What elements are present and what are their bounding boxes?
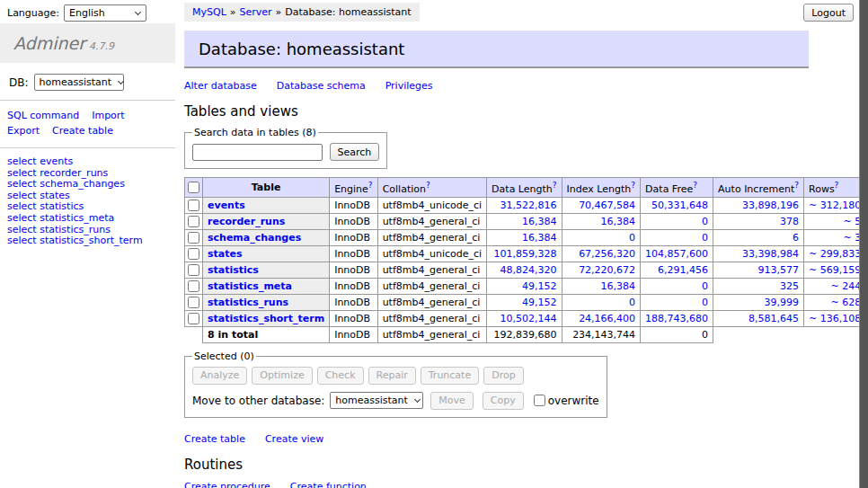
vertical-scrollbar[interactable] (859, 0, 868, 488)
table-link-statistics[interactable]: statistics (208, 264, 259, 276)
auto-increment-link[interactable]: 33,898,196 (742, 200, 799, 211)
data-length-link[interactable]: 48,824,320 (500, 264, 557, 276)
action-database-schema[interactable]: Database schema (277, 80, 366, 92)
column-header-label: Index Length (567, 183, 632, 195)
action-create-procedure[interactable]: Create procedure (184, 481, 270, 488)
table-link-statistics-short-term[interactable]: statistics_short_term (208, 313, 324, 324)
index-length-link[interactable]: 24,166,400 (579, 313, 635, 324)
repair-button[interactable]: Repair (368, 367, 416, 385)
sidebar-select-events[interactable]: select events (7, 156, 168, 168)
index-length-link[interactable]: 16,384 (601, 280, 636, 292)
check-button[interactable]: Check (317, 367, 364, 385)
auto-increment-link[interactable]: 378 (780, 216, 799, 227)
index-length-link[interactable]: 70,467,584 (579, 200, 635, 211)
help-link[interactable]: ? (631, 181, 635, 190)
row-checkbox[interactable] (188, 264, 199, 276)
action-privileges[interactable]: Privileges (385, 80, 433, 92)
help-link[interactable]: ? (693, 181, 697, 190)
rows-link[interactable]: ~ 569,159 (809, 264, 861, 276)
index-length-link[interactable]: 72,220,672 (579, 264, 635, 276)
row-checkbox[interactable] (188, 200, 199, 211)
db-select[interactable]: homeassistant (34, 74, 124, 91)
analyze-button[interactable]: Analyze (192, 367, 247, 385)
sidebar-select-statistics-meta[interactable]: select statistics_meta (7, 213, 168, 225)
data-length-link[interactable]: 49,152 (522, 297, 557, 308)
help-link[interactable]: ? (553, 181, 557, 190)
logout-button[interactable]: Logout (803, 4, 854, 22)
help-link[interactable]: ? (835, 181, 839, 190)
data-free-link[interactable]: 0 (702, 216, 708, 227)
auto-increment-link[interactable]: 33,398,984 (742, 248, 799, 260)
optimize-button[interactable]: Optimize (252, 367, 312, 385)
copy-button[interactable]: Copy (483, 392, 524, 410)
sidebar-select-statistics-short-term[interactable]: select statistics_short_term (7, 235, 168, 247)
auto-increment-link[interactable]: 8,581,645 (748, 313, 799, 324)
breadcrumb-link-server[interactable]: Server (240, 6, 272, 18)
data-free-link[interactable]: 188,743,680 (645, 313, 708, 324)
move-button[interactable]: Move (430, 392, 474, 410)
data-free-link[interactable]: 0 (702, 297, 708, 308)
data-free-link[interactable]: 0 (702, 232, 708, 244)
breadcrumb-link-mysql[interactable]: MySQL (192, 6, 226, 18)
data-length-link[interactable]: 16,384 (522, 216, 557, 227)
auto-increment-link[interactable]: 6 (793, 232, 799, 244)
sidebar-select-schema-changes[interactable]: select schema_changes (7, 179, 168, 191)
overwrite-checkbox[interactable] (534, 395, 545, 406)
sidebar-link-import[interactable]: Import (92, 110, 125, 121)
table-link-events[interactable]: events (208, 200, 245, 211)
index-length-link[interactable]: 67,256,320 (579, 248, 635, 260)
action-create-table[interactable]: Create table (184, 433, 245, 445)
sidebar-link-sql-command[interactable]: SQL command (7, 110, 79, 121)
data-free-link[interactable]: 104,857,600 (645, 248, 708, 260)
row-checkbox[interactable] (188, 297, 199, 308)
data-free-link[interactable]: 50,331,648 (651, 200, 708, 211)
index-length-link[interactable]: 16,384 (601, 216, 636, 227)
data-free-link[interactable]: 6,291,456 (658, 264, 708, 276)
help-link[interactable]: ? (426, 181, 430, 190)
rows-link[interactable]: ~ 244 (830, 280, 861, 292)
table-link-schema-changes[interactable]: schema_changes (208, 232, 301, 244)
table-link-statistics-meta[interactable]: statistics_meta (208, 280, 292, 292)
index-length-link[interactable]: 0 (629, 232, 635, 244)
auto-increment-link[interactable]: 39,999 (765, 297, 800, 308)
rows-link[interactable]: ~ 312,180 (809, 200, 861, 211)
table-link-recorder-runs[interactable]: recorder_runs (208, 216, 285, 227)
row-checkbox[interactable] (188, 216, 199, 227)
search-button[interactable]: Search (330, 143, 380, 161)
sidebar-link-create-table[interactable]: Create table (52, 125, 113, 137)
table-link-statistics-runs[interactable]: statistics_runs (208, 297, 288, 308)
action-create-function[interactable]: Create function (290, 481, 367, 488)
rows-link[interactable]: ~ 299,833 (809, 248, 861, 260)
table-link-states[interactable]: states (208, 248, 243, 260)
row-checkbox[interactable] (188, 248, 199, 260)
selected-buttons-row: AnalyzeOptimizeCheckRepairTruncateDrop (192, 367, 599, 385)
help-link[interactable]: ? (368, 181, 373, 190)
move-db-select[interactable]: homeassistant (330, 392, 423, 409)
data-free-cell: 6,291,456 (641, 262, 713, 278)
data-length-link[interactable]: 101,859,328 (494, 248, 557, 260)
auto-increment-link[interactable]: 325 (780, 280, 799, 292)
drop-button[interactable]: Drop (483, 367, 523, 385)
rows-link[interactable]: ~ 136,108 (809, 313, 861, 324)
data-length-link[interactable]: 31,522,816 (500, 200, 557, 211)
search-input[interactable] (192, 144, 323, 161)
table-header-row: TableEngine?Collation?Data Length?Index … (185, 178, 868, 198)
language-select[interactable]: English (64, 4, 146, 22)
sidebar-link-export[interactable]: Export (7, 125, 40, 137)
row-checkbox[interactable] (188, 313, 199, 324)
data-free-link[interactable]: 0 (702, 280, 708, 292)
index-length-link[interactable]: 0 (629, 297, 635, 308)
action-create-view[interactable]: Create view (265, 433, 323, 445)
row-checkbox[interactable] (188, 280, 199, 292)
data-length-link[interactable]: 10,502,144 (500, 313, 557, 324)
truncate-button[interactable]: Truncate (421, 367, 479, 385)
row-checkbox[interactable] (188, 232, 199, 244)
select-all-checkbox[interactable] (188, 182, 199, 193)
rows-cell: ~ 299,833 (804, 245, 866, 262)
action-alter-database[interactable]: Alter database (184, 80, 257, 92)
rows-link[interactable]: ~ 628 (830, 297, 861, 308)
data-length-link[interactable]: 49,152 (522, 280, 557, 292)
help-link[interactable]: ? (794, 181, 799, 190)
data-length-link[interactable]: 16,384 (522, 232, 557, 244)
auto-increment-link[interactable]: 913,577 (758, 264, 800, 276)
